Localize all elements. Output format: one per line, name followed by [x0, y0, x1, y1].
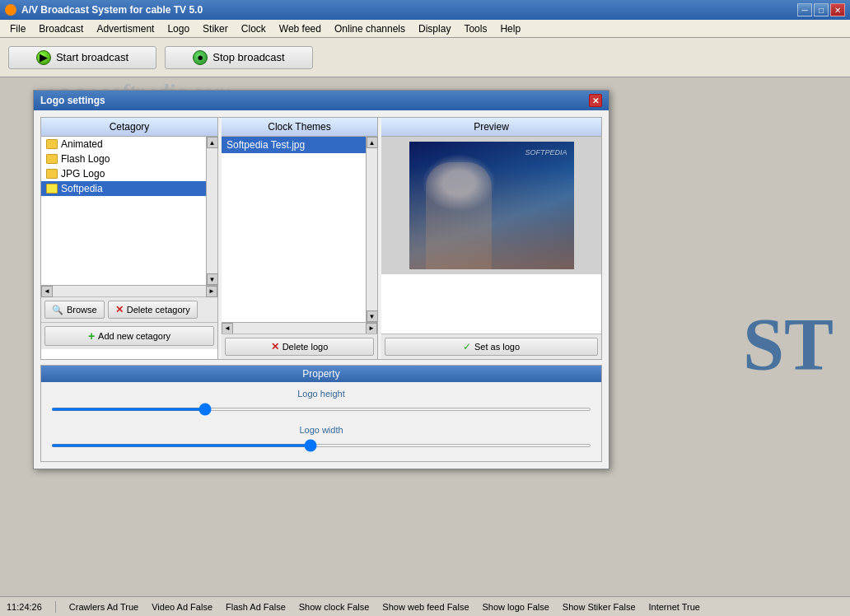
logo-height-slider[interactable] [51, 408, 591, 411]
menu-help[interactable]: Help [493, 21, 527, 36]
h-scroll-track [233, 323, 366, 334]
start-broadcast-label: Start broadcast [56, 51, 128, 63]
status-webfeed: Show web feed False [382, 602, 469, 612]
status-clock: Show clock False [299, 602, 370, 612]
delete-category-button[interactable]: ✕ Delete cetagory [108, 301, 198, 319]
themes-h-scrollbar[interactable]: ◄ ► [222, 322, 377, 334]
menu-clock[interactable]: Clock [235, 21, 273, 36]
menu-onlinechannels[interactable]: Online channels [328, 21, 412, 36]
list-item[interactable]: Softpedia [41, 181, 206, 196]
start-icon: ▶ [36, 50, 51, 65]
set-as-logo-button[interactable]: ✓ Set as logo [385, 338, 598, 356]
menu-stiker[interactable]: Stiker [196, 21, 235, 36]
app-icon [5, 4, 16, 16]
logo-width-slider[interactable] [51, 444, 591, 447]
add-category-label: Add new cetagory [98, 331, 170, 341]
logo-width-label: Logo width [51, 425, 591, 435]
list-item[interactable]: Animated [41, 137, 206, 152]
scroll-right-btn[interactable]: ► [366, 323, 377, 334]
preview-area: SOFTPEDIA [381, 137, 601, 274]
status-crawlers: Crawlers Ad True [69, 602, 138, 612]
folder-icon [46, 184, 58, 194]
app-title: A/V Broadcast System for cable TV 5.0 [21, 4, 203, 16]
scroll-up-btn[interactable]: ▲ [207, 137, 218, 148]
delete-category-icon: ✕ [115, 304, 124, 315]
theme-item[interactable]: Softpedia Test.jpg [222, 137, 366, 153]
property-header: Property [41, 366, 601, 382]
list-item[interactable]: JPG Logo [41, 166, 206, 181]
category-header: Cetagory [41, 118, 217, 137]
folder-icon [46, 169, 58, 179]
menu-file[interactable]: File [3, 21, 32, 36]
preview-watermark: SOFTPEDIA [525, 148, 567, 156]
menu-tools[interactable]: Tools [457, 21, 493, 36]
menu-webfeed[interactable]: Web feed [273, 21, 328, 36]
status-time: 11:24:26 [7, 602, 42, 612]
logo-height-label: Logo height [51, 389, 591, 399]
browse-label: Browse [67, 305, 97, 315]
property-body: Logo height Logo width [41, 382, 601, 461]
themes-list: Softpedia Test.jpg [222, 137, 366, 322]
scroll-track [207, 148, 217, 273]
start-broadcast-button[interactable]: ▶ Start broadcast [8, 46, 156, 69]
scroll-down-btn[interactable]: ▼ [367, 310, 378, 322]
status-video: Video Ad False [152, 602, 212, 612]
category-h-scrollbar[interactable]: ◄ ► [41, 285, 217, 296]
status-internet: Internet True [649, 602, 700, 612]
maximize-button[interactable]: □ [814, 3, 829, 16]
window-controls[interactable]: ─ □ ✕ [797, 3, 845, 16]
menu-bar: File Broadcast Advertisment Logo Stiker … [0, 20, 850, 38]
category-scrollbar[interactable]: ▲ ▼ [206, 137, 217, 285]
browse-button[interactable]: 🔍 Browse [44, 301, 105, 319]
st-watermark: ST [743, 308, 834, 382]
folder-icon [46, 139, 58, 149]
main-content: www.softpedia.com ST Logo settings ✕ Cet… [0, 77, 850, 596]
stop-broadcast-button[interactable]: ● Stop broadcast [165, 46, 313, 69]
h-scroll-track [53, 286, 206, 296]
scroll-left-btn[interactable]: ◄ [41, 286, 53, 297]
preview-image: SOFTPEDIA [409, 142, 574, 269]
scroll-up-btn[interactable]: ▲ [367, 137, 378, 148]
scroll-down-btn[interactable]: ▼ [207, 273, 218, 285]
dialog-title-bar: Logo settings ✕ [34, 91, 609, 110]
preview-column: Preview SOFTPEDIA [381, 118, 601, 359]
scroll-left-btn[interactable]: ◄ [222, 323, 233, 334]
category-item-animated: Animated [61, 138, 103, 150]
menu-logo[interactable]: Logo [161, 21, 196, 36]
close-button[interactable]: ✕ [830, 3, 845, 16]
stop-broadcast-label: Stop broadcast [212, 51, 284, 63]
minimize-button[interactable]: ─ [797, 3, 812, 16]
status-flash: Flash Ad False [226, 602, 286, 612]
columns-container: Cetagory Animated Flash Logo [40, 117, 602, 360]
set-logo-icon: ✓ [463, 341, 471, 352]
toolbar: ▶ Start broadcast ● Stop broadcast [0, 38, 850, 77]
add-category-button[interactable]: + Add new cetagory [44, 326, 214, 346]
browse-icon: 🔍 [52, 305, 63, 315]
category-buttons: 🔍 Browse ✕ Delete cetagory [41, 296, 217, 322]
status-stiker: Show Stiker False [563, 602, 636, 612]
menu-broadcast[interactable]: Broadcast [32, 21, 90, 36]
preview-header: Preview [381, 118, 601, 137]
list-item[interactable]: Flash Logo [41, 152, 206, 166]
category-item-jpg: JPG Logo [61, 168, 105, 180]
scroll-right-btn[interactable]: ► [206, 286, 217, 297]
themes-header: Clock Themes [222, 118, 377, 137]
menu-advertisment[interactable]: Advertisment [90, 21, 161, 36]
dialog-close-button[interactable]: ✕ [589, 94, 602, 107]
delete-logo-button[interactable]: ✕ Delete logo [225, 338, 374, 356]
stop-icon: ● [193, 50, 208, 65]
category-list: Animated Flash Logo JPG Logo [41, 137, 206, 285]
themes-column: Clock Themes Softpedia Test.jpg ▲ ▼ ◄ [222, 118, 378, 359]
logo-settings-dialog: Logo settings ✕ Cetagory Animated [33, 90, 609, 469]
themes-list-area: Softpedia Test.jpg ▲ ▼ [222, 137, 377, 322]
title-bar: A/V Broadcast System for cable TV 5.0 ─ … [0, 0, 850, 20]
menu-display[interactable]: Display [412, 21, 457, 36]
status-logo: Show logo False [483, 602, 549, 612]
themes-scrollbar[interactable]: ▲ ▼ [366, 137, 377, 322]
category-item-softpedia: Softpedia [61, 183, 103, 194]
delete-logo-label: Delete logo [283, 342, 329, 352]
add-icon: + [88, 329, 95, 343]
delete-category-label: Delete cetagory [127, 305, 190, 315]
property-section: Property Logo height Logo width [40, 365, 602, 462]
status-divider [55, 601, 56, 613]
